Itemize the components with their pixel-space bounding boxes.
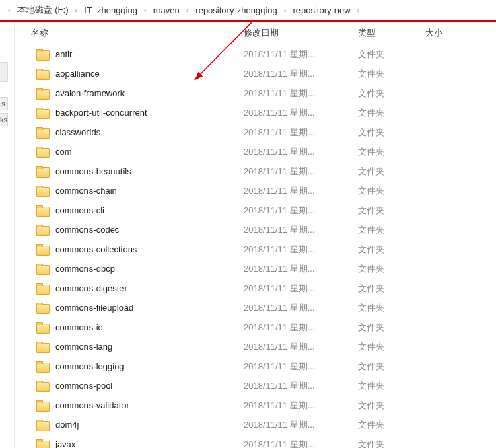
file-name-label: commons-digester	[55, 283, 127, 293]
file-date-label: 2018/11/11 星期...	[244, 322, 358, 334]
folder-icon	[36, 127, 48, 137]
file-type-label: 文件夹	[358, 419, 419, 431]
file-date-label: 2018/11/11 星期...	[244, 341, 358, 353]
file-row[interactable]: commons-chain2018/11/11 星期...文件夹	[15, 181, 496, 200]
chevron-right-icon[interactable]: ›	[280, 6, 291, 14]
folder-icon	[36, 439, 48, 448]
chevron-right-icon[interactable]: ›	[353, 6, 364, 14]
file-type-label: 文件夹	[358, 87, 419, 100]
file-name-label: classworlds	[55, 127, 100, 137]
file-type-label: 文件夹	[358, 165, 419, 178]
column-header-type[interactable]: 类型	[358, 27, 419, 39]
folder-icon	[36, 381, 48, 391]
file-list: antlr2018/11/11 星期...文件夹aopalliance2018/…	[15, 44, 496, 448]
column-header-name[interactable]: 名称	[15, 27, 244, 39]
file-name-label: commons-logging	[55, 361, 125, 371]
file-name-label: commons-cli	[55, 205, 104, 215]
folder-icon	[36, 283, 48, 293]
column-header-date[interactable]: 修改日期	[244, 27, 358, 39]
file-date-label: 2018/11/11 星期...	[244, 263, 358, 275]
file-date-label: 2018/11/11 星期...	[244, 224, 358, 236]
file-row[interactable]: antlr2018/11/11 星期...文件夹	[15, 44, 496, 64]
file-row[interactable]: dom4j2018/11/11 星期...文件夹	[15, 415, 496, 435]
file-date-label: 2018/11/11 星期...	[244, 146, 358, 158]
file-type-label: 文件夹	[358, 380, 419, 392]
file-name-label: commons-beanutils	[55, 166, 131, 176]
chevron-right-icon[interactable]: ›	[182, 6, 193, 14]
file-row[interactable]: commons-logging2018/11/11 星期...文件夹	[15, 357, 496, 376]
file-row[interactable]: avalon-framework2018/11/11 星期...文件夹	[15, 83, 496, 103]
breadcrumb-item[interactable]: 本地磁盘 (F:)	[15, 3, 71, 17]
nav-stub[interactable]: ks	[0, 113, 8, 126]
nav-stub[interactable]: s	[0, 97, 8, 110]
nav-stub[interactable]	[0, 62, 8, 82]
file-row[interactable]: commons-lang2018/11/11 星期...文件夹	[15, 337, 496, 357]
file-name-label: aopalliance	[55, 69, 100, 79]
file-name-label: dom4j	[55, 420, 79, 430]
file-row[interactable]: commons-codec2018/11/11 星期...文件夹	[15, 220, 496, 239]
file-name-label: commons-dbcp	[55, 264, 115, 274]
folder-icon	[36, 322, 48, 332]
folder-icon	[36, 400, 48, 410]
folder-icon	[36, 69, 48, 79]
file-row[interactable]: commons-dbcp2018/11/11 星期...文件夹	[15, 259, 496, 278]
file-name-label: antlr	[55, 49, 72, 59]
folder-icon	[36, 88, 48, 98]
file-row[interactable]: commons-io2018/11/11 星期...文件夹	[15, 318, 496, 337]
folder-icon	[36, 264, 48, 274]
file-type-label: 文件夹	[358, 244, 419, 256]
file-type-label: 文件夹	[358, 146, 419, 158]
file-row[interactable]: commons-beanutils2018/11/11 星期...文件夹	[15, 161, 496, 181]
file-date-label: 2018/11/11 星期...	[244, 302, 358, 314]
file-row[interactable]: classworlds2018/11/11 星期...文件夹	[15, 122, 496, 142]
file-date-label: 2018/11/11 星期...	[244, 419, 358, 431]
file-row[interactable]: commons-digester2018/11/11 星期...文件夹	[15, 278, 496, 298]
file-type-label: 文件夹	[358, 283, 419, 295]
file-name-label: avalon-framework	[55, 88, 125, 98]
file-row[interactable]: aopalliance2018/11/11 星期...文件夹	[15, 64, 496, 83]
breadcrumb-item[interactable]: maven	[151, 4, 182, 17]
file-row[interactable]: javax2018/11/11 星期...文件夹	[15, 435, 496, 448]
file-date-label: 2018/11/11 星期...	[244, 283, 358, 295]
file-name-label: commons-pool	[55, 381, 112, 391]
file-type-label: 文件夹	[358, 400, 419, 412]
file-type-label: 文件夹	[358, 204, 419, 217]
breadcrumb-item[interactable]: repository-zhengqing	[192, 4, 279, 17]
file-type-label: 文件夹	[358, 439, 419, 449]
file-name-label: javax	[55, 439, 75, 448]
file-date-label: 2018/11/11 星期...	[244, 48, 358, 61]
folder-icon	[36, 342, 48, 352]
file-name-label: backport-util-concurrent	[55, 108, 147, 118]
folder-icon	[36, 303, 48, 313]
breadcrumb-item[interactable]: repository-new	[290, 4, 353, 17]
chevron-right-icon[interactable]: ›	[71, 6, 82, 14]
file-date-label: 2018/11/11 星期...	[244, 126, 358, 139]
folder-icon	[36, 147, 48, 157]
file-name-label: commons-collections	[55, 244, 137, 254]
folder-icon	[36, 244, 48, 254]
file-type-label: 文件夹	[358, 126, 419, 139]
folder-icon	[36, 420, 48, 430]
file-row[interactable]: commons-fileupload2018/11/11 星期...文件夹	[15, 298, 496, 318]
file-row[interactable]: com2018/11/11 星期...文件夹	[15, 142, 496, 161]
file-type-label: 文件夹	[358, 263, 419, 275]
file-type-label: 文件夹	[358, 107, 419, 119]
column-header-size[interactable]: 大小	[419, 27, 496, 39]
file-date-label: 2018/11/11 星期...	[244, 204, 358, 217]
breadcrumb-item[interactable]: IT_zhengqing	[81, 4, 140, 17]
file-row[interactable]: commons-collections2018/11/11 星期...文件夹	[15, 239, 496, 259]
folder-icon	[36, 205, 48, 215]
file-row[interactable]: commons-pool2018/11/11 星期...文件夹	[15, 376, 496, 396]
chevron-right-icon[interactable]: ›	[140, 6, 151, 14]
file-date-label: 2018/11/11 星期...	[244, 68, 358, 80]
file-date-label: 2018/11/11 星期...	[244, 107, 358, 119]
file-row[interactable]: commons-validator2018/11/11 星期...文件夹	[15, 396, 496, 415]
file-name-label: commons-validator	[55, 400, 129, 410]
file-type-label: 文件夹	[358, 341, 419, 353]
file-row[interactable]: commons-cli2018/11/11 星期...文件夹	[15, 200, 496, 220]
file-type-label: 文件夹	[358, 322, 419, 334]
file-date-label: 2018/11/11 星期...	[244, 244, 358, 256]
file-row[interactable]: backport-util-concurrent2018/11/11 星期...…	[15, 103, 496, 122]
file-name-label: commons-io	[55, 322, 103, 332]
folder-icon	[36, 186, 48, 196]
